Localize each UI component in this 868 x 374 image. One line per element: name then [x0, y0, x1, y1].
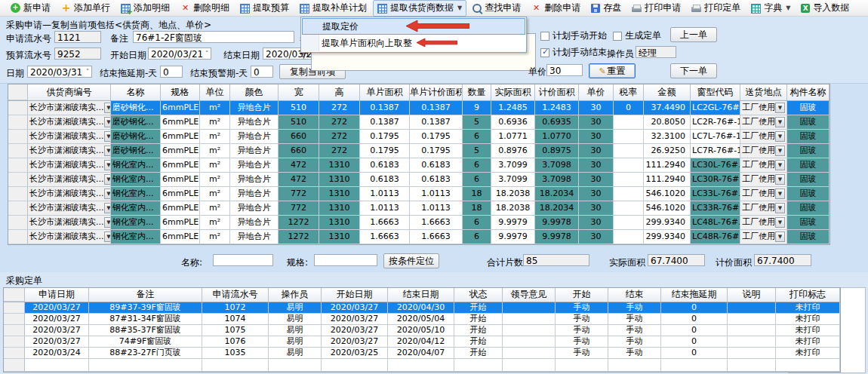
- warning-days-input[interactable]: 0: [251, 66, 273, 78]
- table-row[interactable]: 长沙市潇湘玻璃实...▼磨砂钢化...6mmPLE...m²异地合片510272…: [8, 101, 830, 115]
- manual-start-checkbox[interactable]: 计划手动开始: [540, 29, 607, 42]
- table-row[interactable]: 长沙市潇湘玻璃实...▼钢化室内...6mmPLE...m²异地合片772131…: [8, 187, 830, 201]
- delivery-location-dropdown-button[interactable]: ▼: [775, 231, 785, 242]
- order-column-header-7[interactable]: 状态: [454, 288, 503, 302]
- order-column-header-8[interactable]: 领导意见: [503, 288, 556, 302]
- column-header-10[interactable]: 数量: [463, 84, 491, 100]
- delivery-location-dropdown-button[interactable]: ▼: [775, 131, 785, 142]
- toolbar-button-5[interactable]: 提取预算: [235, 0, 294, 17]
- toolbar-button-14[interactable]: 导入数据: [796, 0, 854, 17]
- table-row[interactable]: 长沙市潇湘玻璃实...▼钢化室内...6mmPLE...m²异地合片772131…: [8, 201, 830, 216]
- generate-order-checkbox[interactable]: 生成定单: [613, 29, 661, 42]
- toolbar-button-13[interactable]: 字典▼: [746, 0, 795, 17]
- next-order-button[interactable]: 下一单: [670, 63, 717, 78]
- table-row[interactable]: 长沙市潇湘玻璃实...▼磨砂钢化...6mmPLE...m²异地合片660272…: [8, 130, 830, 144]
- supplier-dropdown-button[interactable]: ▼: [104, 117, 112, 127]
- table-row[interactable]: 长沙市潇湘玻璃实...▼钢化室内...6mmPLE...m²异地合片127213…: [8, 230, 830, 244]
- delivery-location-dropdown-button[interactable]: ▼: [775, 217, 785, 228]
- order-column-header-9[interactable]: 开始: [556, 288, 608, 302]
- checkbox-icon[interactable]: [540, 32, 549, 41]
- column-header-6[interactable]: 宽: [279, 84, 319, 100]
- column-header-4[interactable]: 单位: [200, 84, 230, 100]
- date-combo[interactable]: ˅2020/03/31: [27, 66, 92, 78]
- column-header-12[interactable]: 计价面积: [535, 84, 579, 100]
- toolbar-button-10[interactable]: 存盘: [586, 0, 626, 17]
- delivery-location-dropdown-button[interactable]: ▼: [775, 146, 785, 156]
- table-row[interactable]: 长沙市潇湘玻璃实...▼磨砂钢化...6mmPLE...m²异地合片660272…: [8, 144, 830, 158]
- supplier-dropdown-button[interactable]: ▼: [104, 231, 112, 242]
- start-date-combo[interactable]: ˅2020/03/21: [148, 48, 211, 60]
- column-header-8[interactable]: 单片面积: [360, 84, 410, 100]
- table-row[interactable]: 长沙市潇湘玻璃实...▼磨砂钢化...6mmPLE...m²异地合片510272…: [8, 115, 830, 130]
- delivery-location-dropdown-button[interactable]: ▼: [775, 117, 785, 127]
- order-column-header-2[interactable]: 备注: [89, 288, 202, 302]
- order-row[interactable]: 2020/03/2787#31-34F窗固玻1074易明2020/03/2720…: [4, 314, 840, 325]
- order-column-header-1[interactable]: 申请日期: [25, 288, 89, 302]
- supplier-dropdown-button[interactable]: ▼: [104, 146, 112, 156]
- filter-name-input[interactable]: [213, 254, 273, 266]
- checkbox-checked-icon[interactable]: [540, 48, 549, 57]
- reset-button[interactable]: ✎重置: [589, 63, 636, 78]
- budget-serial-input[interactable]: 9252: [54, 48, 101, 60]
- order-column-header-11[interactable]: 结束拖延期: [661, 288, 728, 302]
- column-header-9[interactable]: 单片计价面积: [410, 84, 463, 100]
- delivery-location-dropdown-button[interactable]: ▼: [775, 203, 785, 213]
- supplier-dropdown-button[interactable]: ▼: [104, 103, 112, 113]
- toolbar-button-8[interactable]: 查找申请: [468, 0, 525, 17]
- column-header-18[interactable]: 构件名称: [787, 84, 830, 100]
- table-row[interactable]: 长沙市潇湘玻璃实...▼钢化室内...6mmPLE...m²异地合片472131…: [8, 158, 830, 173]
- column-header-5[interactable]: 颜色: [230, 84, 279, 100]
- order-column-header-10[interactable]: 结束: [608, 288, 661, 302]
- order-column-header-6[interactable]: 结束日期: [388, 288, 454, 302]
- supplier-dropdown-button[interactable]: ▼: [104, 189, 112, 199]
- supplier-dropdown-button[interactable]: ▼: [104, 203, 112, 213]
- operator-input[interactable]: 经理: [636, 46, 676, 58]
- unit-price-input[interactable]: 30: [546, 64, 583, 76]
- column-header-13[interactable]: 单价: [579, 84, 614, 100]
- order-row[interactable]: 2020/03/2774#9F窗固玻1076易明2020/03/272020/0…: [4, 336, 840, 348]
- column-header-7[interactable]: 高: [319, 84, 360, 100]
- toolbar-button-6[interactable]: 提取补单计划: [295, 0, 371, 17]
- toolbar-button-12[interactable]: 打印定单: [687, 0, 745, 17]
- locate-by-condition-button[interactable]: 按条件定位: [383, 253, 439, 268]
- chevron-down-icon[interactable]: ˅: [205, 48, 208, 60]
- toolbar-button-3[interactable]: 添加明细: [116, 0, 174, 17]
- delay-days-input[interactable]: 0: [160, 66, 183, 78]
- checkbox-icon[interactable]: [613, 32, 622, 41]
- delivery-location-dropdown-button[interactable]: ▼: [775, 189, 785, 199]
- remark-input[interactable]: 76#1-2F窗固玻: [133, 31, 294, 43]
- supplier-dropdown-button[interactable]: ▼: [104, 217, 112, 228]
- delivery-location-dropdown-button[interactable]: ▼: [775, 174, 785, 185]
- column-header-17[interactable]: 送货地点: [740, 84, 787, 100]
- supplier-dropdown-button[interactable]: ▼: [104, 131, 112, 142]
- order-column-header-13[interactable]: 打印标志: [776, 288, 840, 302]
- column-header-14[interactable]: 税率: [614, 84, 644, 100]
- column-header-1[interactable]: 供货商编号: [28, 84, 111, 100]
- manual-end-checkbox[interactable]: 计划手动结束: [540, 46, 607, 59]
- column-header-16[interactable]: 窗型代码: [691, 84, 740, 100]
- toolbar-button-1[interactable]: 新申请: [6, 0, 55, 17]
- supplier-dropdown-button[interactable]: ▼: [104, 160, 112, 170]
- toolbar-button-11[interactable]: 打印申请: [627, 0, 685, 17]
- order-column-header-12[interactable]: 说明: [728, 288, 776, 302]
- previous-order-button[interactable]: 上一单: [670, 27, 717, 42]
- column-header-3[interactable]: 规格: [161, 84, 200, 100]
- order-row[interactable]: 2020/03/2789#37-39F窗固玻1072易明2020/03/2720…: [4, 302, 840, 314]
- chevron-down-icon[interactable]: ˅: [86, 66, 89, 78]
- column-header-11[interactable]: 实际面积: [491, 84, 535, 100]
- column-header-15[interactable]: 金额: [644, 84, 691, 100]
- order-row[interactable]: 2020/03/2488#23-27F门页玻1035易明2020/03/2520…: [4, 348, 840, 359]
- serial-input[interactable]: 1121: [54, 31, 101, 43]
- table-row[interactable]: 长沙市潇湘玻璃实...▼钢化室内...6mmPLE...m²异地合片472131…: [8, 173, 830, 187]
- toolbar-button-2[interactable]: 添加单行: [57, 0, 115, 17]
- order-row[interactable]: 2020/03/2788#35-37F窗固玻1075易明2020/03/2720…: [4, 325, 840, 336]
- order-column-header-3[interactable]: 申请流水号: [202, 288, 269, 302]
- delivery-location-dropdown-button[interactable]: ▼: [775, 160, 785, 170]
- toolbar-button-7[interactable]: 提取供货商数据▼: [373, 0, 466, 17]
- supplier-dropdown-button[interactable]: ▼: [104, 174, 112, 185]
- toolbar-button-9[interactable]: 删除申请: [527, 0, 585, 17]
- filter-spec-input[interactable]: [314, 254, 377, 266]
- order-column-header-4[interactable]: 操作员: [269, 288, 322, 302]
- order-column-header-5[interactable]: 开始日期: [322, 288, 388, 302]
- column-header-2[interactable]: 名称: [111, 84, 161, 100]
